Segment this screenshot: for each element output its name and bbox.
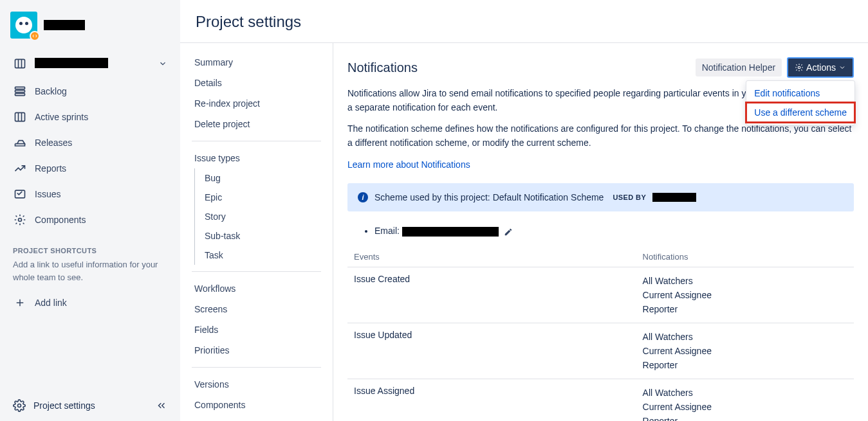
svg-rect-2 <box>15 90 25 92</box>
settings-nav-summary[interactable]: Summary <box>180 52 333 73</box>
issues-icon <box>13 187 27 201</box>
actions-dropdown: Edit notifications Use a different schem… <box>746 80 855 125</box>
nav-label: Releases <box>35 138 72 148</box>
notifications-cell: All WatchersCurrent AssigneeReporter <box>636 379 854 421</box>
issue-type-subtask[interactable]: Sub-task <box>180 226 333 246</box>
page-title: Project settings <box>196 13 853 31</box>
used-by-projects <box>652 193 696 202</box>
dropdown-edit-notifications[interactable]: Edit notifications <box>746 84 854 103</box>
table-row: Issue CreatedAll WatchersCurrent Assigne… <box>347 267 854 323</box>
shortcuts-text: Add a link to useful information for you… <box>8 258 172 283</box>
project-name <box>44 20 85 30</box>
actions-label: Actions <box>806 62 836 73</box>
svg-rect-3 <box>15 93 25 95</box>
notification-helper-button[interactable]: Notification Helper <box>696 58 782 76</box>
sidebar-item-active-sprints[interactable]: Active sprints <box>8 104 172 130</box>
nav-label: Issues <box>35 189 60 199</box>
sidebar-item-reports[interactable]: Reports <box>8 156 172 181</box>
settings-nav-workflows[interactable]: Workflows <box>180 278 333 299</box>
code-badge-icon <box>30 31 40 41</box>
issue-type-epic[interactable]: Epic <box>180 188 333 207</box>
reports-icon <box>13 161 27 175</box>
chevron-down-icon <box>158 59 167 68</box>
settings-nav-fields[interactable]: Fields <box>180 319 333 340</box>
chevron-down-icon <box>838 64 846 71</box>
table-row: Issue UpdatedAll WatchersCurrent Assigne… <box>347 323 854 379</box>
main-content: Notifications Notification Helper Action… <box>333 43 868 421</box>
scheme-info-panel: i Scheme used by this project: Default N… <box>347 183 854 211</box>
section-title: Notifications <box>347 60 418 75</box>
settings-nav-priorities[interactable]: Priorities <box>180 340 333 361</box>
nav-label: Add link <box>35 298 67 308</box>
svg-point-7 <box>18 404 21 408</box>
project-sidebar: Backlog Active sprints Releases Reports … <box>0 0 180 421</box>
project-avatar <box>10 12 37 39</box>
plus-icon <box>13 296 27 310</box>
intro-paragraph-2: The notification scheme defines how the … <box>347 122 854 150</box>
notifications-header: Notifications <box>636 247 854 267</box>
add-link-button[interactable]: Add link <box>8 290 172 316</box>
event-cell: Issue Updated <box>347 323 636 379</box>
sprint-icon <box>13 110 27 124</box>
event-cell: Issue Created <box>347 267 636 323</box>
board-selector[interactable] <box>8 53 172 75</box>
components-icon <box>13 213 27 227</box>
settings-nav-reindex[interactable]: Re-index project <box>180 93 333 114</box>
gear-icon <box>13 399 26 412</box>
svg-rect-1 <box>15 87 25 89</box>
settings-nav-issue-types[interactable]: Issue types <box>180 148 333 168</box>
settings-nav-versions[interactable]: Versions <box>180 374 333 395</box>
issue-type-task[interactable]: Task <box>180 246 333 265</box>
sidebar-item-backlog[interactable]: Backlog <box>8 78 172 104</box>
gear-icon <box>795 63 804 72</box>
nav-label: Reports <box>35 163 66 174</box>
events-table: Events Notifications Issue CreatedAll Wa… <box>347 247 854 421</box>
edit-email-button[interactable] <box>504 228 513 237</box>
issue-type-bug[interactable]: Bug <box>180 168 333 188</box>
sidebar-item-issues[interactable]: Issues <box>8 181 172 207</box>
issue-type-story[interactable]: Story <box>180 207 333 226</box>
settings-nav-screens[interactable]: Screens <box>180 299 333 319</box>
actions-button[interactable]: Actions <box>787 57 854 78</box>
settings-header: Project settings <box>180 0 868 43</box>
notifications-cell: All WatchersCurrent AssigneeReporter <box>636 267 854 323</box>
dropdown-use-different-scheme[interactable]: Use a different scheme <box>746 103 854 122</box>
settings-nav-delete[interactable]: Delete project <box>180 114 333 134</box>
nav-label: Backlog <box>35 86 67 96</box>
svg-point-8 <box>798 66 800 69</box>
table-row: Issue AssignedAll WatchersCurrent Assign… <box>347 379 854 421</box>
used-by-label: USED BY <box>613 193 646 201</box>
sidebar-item-releases[interactable]: Releases <box>8 130 172 156</box>
email-label: Email: <box>374 226 400 236</box>
sidebar-item-components[interactable]: Components <box>8 207 172 233</box>
nav-label: Components <box>35 215 86 225</box>
shortcuts-heading: PROJECT SHORTCUTS <box>8 233 172 258</box>
settings-nav-details[interactable]: Details <box>180 73 333 93</box>
svg-rect-4 <box>15 112 25 121</box>
info-text: Scheme used by this project: Default Not… <box>374 192 604 202</box>
svg-point-6 <box>19 219 22 222</box>
svg-rect-0 <box>15 59 25 67</box>
nav-label: Active sprints <box>35 112 88 122</box>
email-value <box>402 227 499 237</box>
events-header: Events <box>347 247 636 267</box>
notifications-cell: All WatchersCurrent AssigneeReporter <box>636 323 854 379</box>
backlog-icon <box>13 84 27 98</box>
settings-nav: Summary Details Re-index project Delete … <box>180 43 333 421</box>
board-name <box>35 58 108 68</box>
releases-icon <box>13 136 27 150</box>
collapse-sidebar-button[interactable] <box>156 400 167 411</box>
learn-more-link[interactable]: Learn more about Notifications <box>347 159 470 170</box>
project-header <box>8 12 172 45</box>
settings-nav-components[interactable]: Components <box>180 395 333 415</box>
email-row: Email: <box>347 223 854 247</box>
event-cell: Issue Assigned <box>347 379 636 421</box>
project-settings-link[interactable]: Project settings <box>33 400 95 411</box>
info-icon: i <box>358 192 368 202</box>
board-icon <box>13 57 27 71</box>
